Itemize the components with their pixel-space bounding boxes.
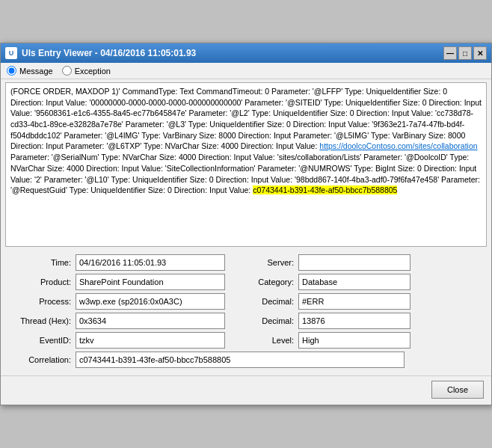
window-close-button[interactable]: ✕ <box>473 46 487 60</box>
process-label: Process: <box>8 297 76 306</box>
app-icon: U <box>5 47 17 59</box>
category-field-row: Category: <box>246 274 484 290</box>
correlation-field-row: Correlation: <box>8 352 484 368</box>
decimal1-label: Decimal: <box>246 297 298 306</box>
category-input[interactable] <box>298 274 410 290</box>
thread-label: Thread (Hex): <box>8 316 76 325</box>
decimal2-input[interactable] <box>298 313 410 329</box>
minimize-button[interactable]: — <box>443 46 457 60</box>
correlation-label: Correlation: <box>8 355 76 364</box>
decimal1-input[interactable] <box>298 293 410 310</box>
title-bar-left: U Uls Entry Viewer - 04/16/2016 11:05:01… <box>5 47 196 59</box>
level-input[interactable] <box>298 332 410 349</box>
decimal2-field-row: Decimal: <box>246 313 484 329</box>
product-input[interactable] <box>76 274 225 290</box>
level-label: Level: <box>246 336 298 345</box>
maximize-button[interactable]: □ <box>458 46 472 60</box>
time-label: Time: <box>8 258 76 267</box>
level-field-row: Level: <box>246 332 484 349</box>
content-text-part3: Parameter: '@SerialNum' Type: NVarChar S… <box>10 153 480 194</box>
server-field-row: Server: <box>246 254 484 271</box>
title-buttons: — □ ✕ <box>443 46 487 60</box>
close-button[interactable]: Close <box>431 381 484 399</box>
product-field-row: Product: <box>8 274 246 290</box>
time-input[interactable] <box>76 254 225 271</box>
exception-radio-label[interactable]: Exception <box>75 67 111 76</box>
decimal1-field-row: Decimal: <box>246 293 484 310</box>
category-label: Category: <box>246 277 298 286</box>
exception-radio-group: Exception <box>62 66 111 76</box>
eventid-label: EventID: <box>8 336 76 345</box>
server-input[interactable] <box>298 254 410 271</box>
exception-radio[interactable] <box>62 66 72 76</box>
right-column: Server: Category: Decimal: Decimal: Leve… <box>246 254 484 352</box>
process-field-row: Process: <box>8 293 246 310</box>
correlation-input[interactable] <box>76 352 405 368</box>
message-radio-group: Message <box>7 66 53 76</box>
eventid-input[interactable] <box>76 332 225 349</box>
left-column: Time: Product: Process: Thread (Hex): Ev… <box>8 254 246 352</box>
footer: Close <box>1 375 491 405</box>
main-window: U Uls Entry Viewer - 04/16/2016 11:05:01… <box>0 43 492 405</box>
message-radio-label[interactable]: Message <box>19 67 53 76</box>
content-area[interactable]: (FORCE ORDER, MAXDOP 1)' CommandType: Te… <box>5 82 487 247</box>
thread-field-row: Thread (Hex): <box>8 313 246 329</box>
thread-input[interactable] <box>76 313 225 329</box>
toolbar: Message Exception <box>1 63 491 79</box>
process-input[interactable] <box>76 293 225 310</box>
decimal2-label: Decimal: <box>246 316 298 325</box>
server-label: Server: <box>246 258 298 267</box>
fields-grid: Time: Product: Process: Thread (Hex): Ev… <box>8 254 484 352</box>
collaboration-link[interactable]: https://doolcoContoso.com/sites/collabor… <box>319 141 477 150</box>
time-field-row: Time: <box>8 254 246 271</box>
title-bar: U Uls Entry Viewer - 04/16/2016 11:05:01… <box>1 43 491 63</box>
message-radio[interactable] <box>7 66 16 76</box>
eventid-field-row: EventID: <box>8 332 246 349</box>
product-label: Product: <box>8 277 76 286</box>
window-title: Uls Entry Viewer - 04/16/2016 11:05:01.9… <box>22 48 196 58</box>
highlighted-guid: c0743441-b391-43fe-af50-bbcc7b588805 <box>253 185 397 194</box>
fields-section: Time: Product: Process: Thread (Hex): Ev… <box>1 250 491 375</box>
